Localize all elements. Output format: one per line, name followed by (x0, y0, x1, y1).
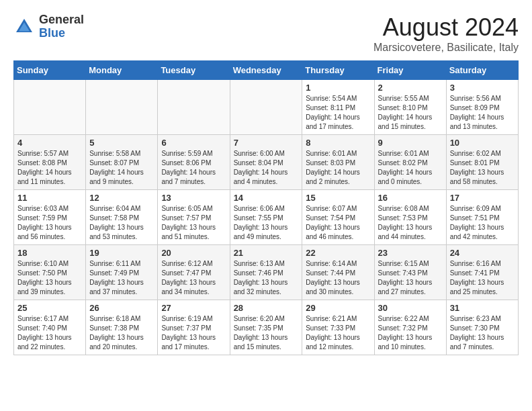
day-of-week-header: Saturday (446, 61, 518, 80)
logo-icon (13, 16, 35, 38)
day-info: Sunrise: 5:55 AM Sunset: 8:10 PM Dayligh… (378, 94, 443, 132)
day-number: 19 (89, 248, 154, 258)
day-number: 2 (378, 83, 443, 93)
day-of-week-header: Tuesday (158, 61, 230, 80)
calendar-day-cell: 21Sunrise: 6:13 AM Sunset: 7:46 PM Dayli… (230, 245, 302, 300)
calendar-day-cell: 14Sunrise: 6:06 AM Sunset: 7:55 PM Dayli… (230, 190, 302, 245)
day-info: Sunrise: 6:23 AM Sunset: 7:30 PM Dayligh… (450, 314, 515, 352)
day-info: Sunrise: 6:02 AM Sunset: 8:01 PM Dayligh… (450, 149, 515, 187)
day-info: Sunrise: 6:13 AM Sunset: 7:46 PM Dayligh… (234, 259, 299, 297)
day-number: 25 (17, 303, 82, 313)
calendar-day-cell: 15Sunrise: 6:07 AM Sunset: 7:54 PM Dayli… (302, 190, 374, 245)
calendar-day-cell: 10Sunrise: 6:02 AM Sunset: 8:01 PM Dayli… (446, 135, 518, 190)
day-info: Sunrise: 6:15 AM Sunset: 7:43 PM Dayligh… (378, 259, 443, 297)
calendar-week-row: 1Sunrise: 5:54 AM Sunset: 8:11 PM Daylig… (14, 80, 519, 135)
day-number: 17 (450, 193, 515, 203)
calendar-day-cell: 3Sunrise: 5:56 AM Sunset: 8:09 PM Daylig… (446, 80, 518, 135)
calendar-day-cell: 17Sunrise: 6:09 AM Sunset: 7:51 PM Dayli… (446, 190, 518, 245)
calendar-day-cell: 6Sunrise: 5:59 AM Sunset: 8:06 PM Daylig… (158, 135, 230, 190)
day-number: 18 (17, 248, 82, 258)
calendar-day-cell (86, 80, 158, 135)
calendar-day-cell: 4Sunrise: 5:57 AM Sunset: 8:08 PM Daylig… (14, 135, 86, 190)
calendar-day-cell: 27Sunrise: 6:19 AM Sunset: 7:37 PM Dayli… (158, 300, 230, 355)
calendar-day-cell: 23Sunrise: 6:15 AM Sunset: 7:43 PM Dayli… (374, 245, 446, 300)
calendar-day-cell (158, 80, 230, 135)
calendar-day-cell: 19Sunrise: 6:11 AM Sunset: 7:49 PM Dayli… (86, 245, 158, 300)
day-number: 21 (234, 248, 299, 258)
day-number: 16 (378, 193, 443, 203)
day-of-week-header: Thursday (302, 61, 374, 80)
day-number: 22 (306, 248, 370, 258)
day-number: 1 (306, 83, 370, 93)
day-info: Sunrise: 6:08 AM Sunset: 7:53 PM Dayligh… (378, 204, 443, 242)
day-info: Sunrise: 6:22 AM Sunset: 7:32 PM Dayligh… (378, 314, 443, 352)
day-info: Sunrise: 6:20 AM Sunset: 7:35 PM Dayligh… (234, 314, 299, 352)
calendar-day-cell: 16Sunrise: 6:08 AM Sunset: 7:53 PM Dayli… (374, 190, 446, 245)
day-number: 9 (378, 138, 443, 148)
calendar-day-cell: 29Sunrise: 6:21 AM Sunset: 7:33 PM Dayli… (302, 300, 374, 355)
day-info: Sunrise: 6:12 AM Sunset: 7:47 PM Dayligh… (161, 259, 226, 297)
day-info: Sunrise: 6:17 AM Sunset: 7:40 PM Dayligh… (17, 314, 82, 352)
day-of-week-header: Wednesday (230, 61, 302, 80)
day-info: Sunrise: 6:16 AM Sunset: 7:41 PM Dayligh… (450, 259, 515, 297)
day-info: Sunrise: 5:59 AM Sunset: 8:06 PM Dayligh… (161, 149, 226, 187)
calendar-day-cell: 30Sunrise: 6:22 AM Sunset: 7:32 PM Dayli… (374, 300, 446, 355)
calendar-subtitle: Marsicovetere, Basilicate, Italy (373, 42, 519, 54)
day-number: 8 (306, 138, 370, 148)
calendar-week-row: 11Sunrise: 6:03 AM Sunset: 7:59 PM Dayli… (14, 190, 519, 245)
day-number: 29 (306, 303, 370, 313)
calendar-header-row: SundayMondayTuesdayWednesdayThursdayFrid… (14, 61, 519, 80)
logo: General Blue (13, 13, 84, 40)
day-number: 31 (450, 303, 515, 313)
page-header: General Blue August 2024 Marsicovetere, … (13, 13, 519, 54)
calendar-day-cell: 2Sunrise: 5:55 AM Sunset: 8:10 PM Daylig… (374, 80, 446, 135)
day-info: Sunrise: 6:00 AM Sunset: 8:04 PM Dayligh… (234, 149, 299, 187)
day-info: Sunrise: 6:14 AM Sunset: 7:44 PM Dayligh… (306, 259, 370, 297)
calendar-day-cell: 28Sunrise: 6:20 AM Sunset: 7:35 PM Dayli… (230, 300, 302, 355)
day-number: 11 (17, 193, 82, 203)
day-number: 3 (450, 83, 515, 93)
day-number: 5 (89, 138, 154, 148)
calendar-day-cell: 12Sunrise: 6:04 AM Sunset: 7:58 PM Dayli… (86, 190, 158, 245)
day-info: Sunrise: 6:05 AM Sunset: 7:57 PM Dayligh… (161, 204, 226, 242)
day-number: 12 (89, 193, 154, 203)
calendar-day-cell: 25Sunrise: 6:17 AM Sunset: 7:40 PM Dayli… (14, 300, 86, 355)
calendar-day-cell: 13Sunrise: 6:05 AM Sunset: 7:57 PM Dayli… (158, 190, 230, 245)
calendar-table: SundayMondayTuesdayWednesdayThursdayFrid… (13, 60, 519, 355)
day-info: Sunrise: 6:11 AM Sunset: 7:49 PM Dayligh… (89, 259, 154, 297)
calendar-day-cell: 11Sunrise: 6:03 AM Sunset: 7:59 PM Dayli… (14, 190, 86, 245)
day-info: Sunrise: 6:19 AM Sunset: 7:37 PM Dayligh… (161, 314, 226, 352)
calendar-day-cell: 9Sunrise: 6:01 AM Sunset: 8:02 PM Daylig… (374, 135, 446, 190)
day-number: 27 (161, 303, 226, 313)
calendar-week-row: 4Sunrise: 5:57 AM Sunset: 8:08 PM Daylig… (14, 135, 519, 190)
day-number: 6 (161, 138, 226, 148)
day-info: Sunrise: 6:21 AM Sunset: 7:33 PM Dayligh… (306, 314, 370, 352)
day-number: 28 (234, 303, 299, 313)
day-info: Sunrise: 5:58 AM Sunset: 8:07 PM Dayligh… (89, 149, 154, 187)
day-number: 30 (378, 303, 443, 313)
day-info: Sunrise: 5:54 AM Sunset: 8:11 PM Dayligh… (306, 94, 370, 132)
calendar-day-cell: 20Sunrise: 6:12 AM Sunset: 7:47 PM Dayli… (158, 245, 230, 300)
day-number: 14 (234, 193, 299, 203)
calendar-day-cell: 5Sunrise: 5:58 AM Sunset: 8:07 PM Daylig… (86, 135, 158, 190)
day-info: Sunrise: 6:03 AM Sunset: 7:59 PM Dayligh… (17, 204, 82, 242)
day-number: 20 (161, 248, 226, 258)
day-info: Sunrise: 6:04 AM Sunset: 7:58 PM Dayligh… (89, 204, 154, 242)
day-info: Sunrise: 6:09 AM Sunset: 7:51 PM Dayligh… (450, 204, 515, 242)
day-number: 13 (161, 193, 226, 203)
day-info: Sunrise: 6:07 AM Sunset: 7:54 PM Dayligh… (306, 204, 370, 242)
calendar-week-row: 18Sunrise: 6:10 AM Sunset: 7:50 PM Dayli… (14, 245, 519, 300)
logo-text: General Blue (39, 13, 84, 40)
calendar-day-cell: 26Sunrise: 6:18 AM Sunset: 7:38 PM Dayli… (86, 300, 158, 355)
day-number: 26 (89, 303, 154, 313)
day-info: Sunrise: 6:18 AM Sunset: 7:38 PM Dayligh… (89, 314, 154, 352)
calendar-title: August 2024 (373, 13, 519, 42)
day-info: Sunrise: 6:10 AM Sunset: 7:50 PM Dayligh… (17, 259, 82, 297)
calendar-day-cell: 22Sunrise: 6:14 AM Sunset: 7:44 PM Dayli… (302, 245, 374, 300)
day-number: 7 (234, 138, 299, 148)
calendar-day-cell: 7Sunrise: 6:00 AM Sunset: 8:04 PM Daylig… (230, 135, 302, 190)
day-info: Sunrise: 6:01 AM Sunset: 8:03 PM Dayligh… (306, 149, 370, 187)
day-info: Sunrise: 6:01 AM Sunset: 8:02 PM Dayligh… (378, 149, 443, 187)
calendar-day-cell: 1Sunrise: 5:54 AM Sunset: 8:11 PM Daylig… (302, 80, 374, 135)
day-of-week-header: Sunday (14, 61, 86, 80)
